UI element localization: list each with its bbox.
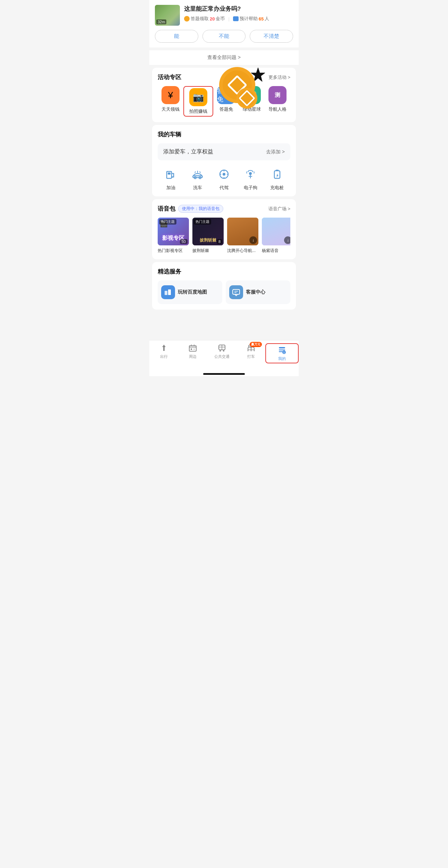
nearby-nav-icon — [188, 343, 198, 353]
service-label-support: 客服中心 — [246, 289, 265, 295]
activity-item-tianlian[interactable]: ¥ 天天领钱 — [158, 86, 183, 117]
btn-no[interactable]: 不能 — [202, 30, 246, 43]
voice-name-4: 杨紫语音 — [262, 248, 279, 253]
dati-icon: 答题免 — [217, 86, 235, 104]
svg-rect-25 — [233, 289, 240, 294]
voice-tag-2: 热门主题 — [194, 219, 211, 225]
nav-item-taxi[interactable]: 打车 赢万元 — [237, 343, 266, 363]
services-title: 精选服务 — [158, 268, 181, 276]
voice-grid: 影视专区 🎬 热门主题 50 热门影视专区 披荆斩棘 热门主题 8 — [158, 218, 290, 254]
support-service-icon — [229, 285, 243, 299]
download-btn-3[interactable]: ↓ — [249, 236, 257, 244]
voice-section: 语音包 使用中：我的语音包 语音广场 > 影视专区 🎬 热门主题 50 热门影视… — [152, 199, 296, 259]
paizhao-label: 拍照赚钱 — [189, 108, 207, 115]
svg-rect-45 — [279, 349, 285, 351]
svg-rect-21 — [276, 170, 279, 171]
taxi-nav-badge: 赢万元 — [250, 342, 262, 347]
nav-item-nearby[interactable]: 周边 — [179, 343, 208, 363]
svg-rect-28 — [189, 346, 196, 351]
vehicle-section: 我的车辆 添加爱车，立享权益 去添加 > 加油 — [152, 125, 296, 196]
add-car-text: 添加爱车，立享权益 — [163, 148, 213, 155]
thumbnail-time-label: 32m — [156, 19, 166, 24]
paizhao-icon: 📷 — [189, 88, 207, 106]
vehicle-title: 我的车辆 — [158, 130, 181, 138]
svg-point-48 — [283, 352, 284, 352]
transit-nav-label: 公共交通 — [214, 354, 230, 359]
voice-item-shenteng[interactable]: ↓ 沈腾开心导航... — [227, 218, 258, 254]
tianlian-icon: ¥ — [161, 86, 180, 104]
service-item-support[interactable]: 客服中心 — [226, 280, 290, 304]
add-car-link[interactable]: 去添加 > — [266, 149, 285, 155]
service-item-map[interactable]: 玩转百度地图 — [158, 280, 222, 304]
voice-item-yangzi[interactable]: ↓ 杨紫语音 — [262, 218, 290, 254]
taxi-nav-label: 打车 — [247, 354, 255, 359]
voice-thumb-3: ↓ — [227, 218, 258, 245]
activity-item-daohang[interactable]: 测 导航人格 — [265, 86, 290, 117]
svg-rect-24 — [168, 289, 171, 295]
refuel-label: 加油 — [166, 185, 175, 191]
service-label-map: 玩转百度地图 — [178, 289, 207, 295]
map-service-icon — [161, 285, 175, 299]
carwash-icon — [189, 166, 206, 183]
add-car-row[interactable]: 添加爱车，立享权益 去添加 > — [158, 143, 290, 160]
voice-thumb-1: 影视专区 🎬 热门主题 50 — [158, 218, 189, 245]
charge-label: 充电桩 — [270, 185, 284, 191]
download-btn-4[interactable]: ↓ — [284, 236, 290, 244]
voice-more[interactable]: 语音广场 > — [268, 206, 290, 212]
vehicle-item-carwash[interactable]: 洗车 — [189, 166, 206, 191]
svg-rect-30 — [193, 348, 195, 350]
transit-nav-icon — [217, 343, 227, 353]
activity-item-dati[interactable]: 答题免 答题免 — [213, 86, 239, 117]
carwash-label: 洗车 — [193, 185, 202, 191]
dati-label: 答题免 — [219, 106, 233, 112]
nav-item-transit[interactable]: 公共交通 — [207, 343, 237, 363]
lvdong-icon: 🌍 — [243, 86, 261, 104]
vehicle-icons: 加油 洗车 — [158, 166, 290, 191]
question-thumbnail: 32m — [155, 5, 180, 26]
btn-unknown[interactable]: 不清楚 — [250, 30, 293, 43]
nav-item-travel[interactable]: 出行 — [149, 343, 179, 363]
nav-item-mine[interactable]: 我的 — [265, 343, 299, 363]
radar-label: 电子狗 — [244, 185, 257, 191]
activity-item-lvdong[interactable]: 🌍 绿动星球 — [239, 86, 265, 117]
voice-count-1: 50 — [180, 239, 188, 244]
view-all-row[interactable]: 查看全部问题 > — [149, 50, 299, 65]
view-all-chevron: > — [238, 54, 241, 60]
svg-point-9 — [172, 176, 173, 178]
home-indicator — [203, 373, 245, 375]
mine-nav-label: 我的 — [278, 356, 286, 361]
svg-point-14 — [223, 173, 225, 176]
activity-more[interactable]: 更多活动 > — [268, 74, 290, 81]
mine-nav-icon — [277, 345, 287, 355]
help-icon — [233, 16, 239, 21]
radar-icon — [242, 166, 259, 183]
daohang-icon: 测 — [268, 86, 287, 104]
vehicle-item-driver[interactable]: 代驾 — [216, 166, 232, 191]
svg-point-19 — [249, 172, 252, 175]
charge-icon — [269, 166, 285, 183]
services-grid: 玩转百度地图 客服中心 — [158, 280, 290, 304]
voice-tag-1: 热门主题 — [159, 219, 176, 225]
question-card: 32m 这里能正常办业务吗? 答题领取 20 金币 | 预计帮助 65 — [149, 0, 299, 48]
vehicle-item-charge[interactable]: 充电桩 — [269, 166, 285, 191]
svg-point-49 — [284, 352, 285, 352]
voice-name-1: 热门影视专区 — [158, 248, 183, 253]
vehicle-item-refuel[interactable]: 加油 — [163, 166, 179, 191]
driver-icon — [216, 166, 232, 183]
activity-items-row: ¥ 天天领钱 📷 拍照赚钱 答题免 答题免 🌍 绿动星球 测 导航人格 — [158, 86, 290, 117]
coin-reward: 答题领取 20 金币 — [184, 16, 225, 22]
activity-item-paizhaozhuanqian[interactable]: 📷 拍照赚钱 — [183, 86, 213, 117]
voice-item-yingshi[interactable]: 影视专区 🎬 热门主题 50 热门影视专区 — [158, 218, 189, 254]
nearby-nav-label: 周边 — [189, 354, 197, 359]
lvdong-label: 绿动星球 — [243, 106, 261, 112]
svg-rect-44 — [279, 347, 285, 348]
btn-yes[interactable]: 能 — [155, 30, 198, 43]
voice-name-2: 披荆斩棘 — [192, 248, 209, 253]
svg-rect-8 — [168, 172, 171, 175]
voice-item-pijing[interactable]: 披荆斩棘 热门主题 8 披荆斩棘 — [192, 218, 224, 254]
vehicle-item-radar[interactable]: 电子狗 — [242, 166, 259, 191]
voice-badge: 使用中：我的语音包 — [178, 205, 223, 213]
services-section: 精选服务 玩转百度地图 — [152, 262, 296, 310]
travel-nav-label: 出行 — [160, 354, 168, 359]
travel-nav-icon — [159, 343, 169, 353]
